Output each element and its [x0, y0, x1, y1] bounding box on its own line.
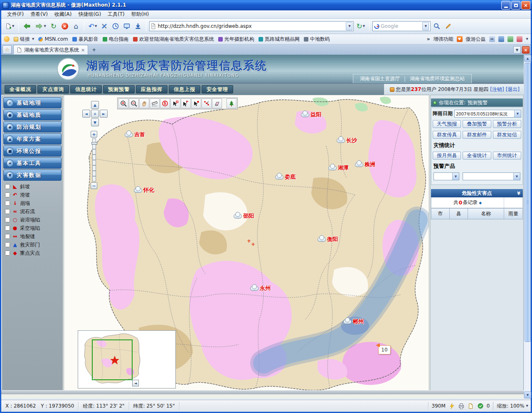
- hotlink-tool[interactable]: [202, 98, 212, 108]
- overview-map[interactable]: ◄: [78, 330, 176, 388]
- restore-button[interactable]: [511, 1, 520, 10]
- close-button[interactable]: ×: [521, 1, 530, 10]
- layer-mining-collapse[interactable]: ● 采空塌陷: [3, 224, 62, 232]
- city-marker-yongzhou[interactable]: 永州: [250, 285, 271, 292]
- menu-tools[interactable]: 工具(T): [104, 10, 128, 19]
- identify-tool[interactable]: [170, 98, 180, 108]
- link-zhongdi-digital[interactable]: 中地数码: [304, 36, 330, 43]
- product-type-select[interactable]: ▼: [433, 172, 459, 180]
- stop-tool[interactable]: S: [160, 98, 170, 108]
- highlight-button[interactable]: [443, 21, 453, 32]
- pointer-tool[interactable]: [191, 98, 201, 108]
- chevron-down-icon[interactable]: ▼: [513, 173, 520, 180]
- links-folder[interactable]: 链接 ▼: [14, 36, 34, 43]
- pager-marker-icon[interactable]: ◆: [479, 201, 482, 205]
- address-bar[interactable]: ▼: [149, 21, 354, 31]
- measure-tool[interactable]: [150, 98, 160, 108]
- link-photo-studio[interactable]: 光年摄影机构: [218, 36, 254, 43]
- overlay-warning-button[interactable]: 叠加预警: [463, 120, 491, 128]
- logout-link[interactable]: [注销]: [490, 86, 504, 93]
- layer-checkbox[interactable]: [5, 184, 10, 189]
- link-city-boutique[interactable]: 觅路城市精品网: [259, 36, 300, 43]
- address-dropdown-button[interactable]: ▼: [346, 22, 352, 30]
- screenshot-button[interactable]: [122, 21, 132, 32]
- menu-file[interactable]: 文件(F): [4, 10, 27, 19]
- pan-center-button[interactable]: +: [91, 110, 99, 118]
- layer-checkbox[interactable]: [5, 209, 10, 214]
- search-engine-dropdown[interactable]: ▼: [422, 22, 429, 30]
- layer-checkbox[interactable]: [5, 192, 10, 197]
- layer-karst-collapse[interactable]: ○ 岩溶塌陷: [3, 216, 62, 224]
- address-input[interactable]: [158, 22, 345, 30]
- undo-button[interactable]: ↶ ▼: [87, 21, 99, 32]
- sidebar-group-basic-tools[interactable]: ★ 基本工具: [3, 157, 62, 169]
- home-button[interactable]: ⌂: [71, 21, 81, 32]
- province-stats-button[interactable]: 全省统计: [463, 152, 491, 160]
- search-go-button[interactable]: [432, 21, 442, 32]
- menu-help[interactable]: 帮助(H): [128, 10, 152, 19]
- layer-checkbox[interactable]: [5, 234, 10, 239]
- mass-email-button[interactable]: 群发邮件: [463, 131, 491, 139]
- layer-checkbox[interactable]: [5, 217, 10, 222]
- city-marker-chenzhou[interactable]: 郴州: [343, 318, 364, 325]
- erase-tool[interactable]: [212, 98, 222, 108]
- pan-down-button[interactable]: ▼: [91, 118, 99, 126]
- new-tab-button[interactable]: ▼: [4, 21, 15, 32]
- links-overflow-icon[interactable]: »: [427, 36, 430, 42]
- tab-active[interactable]: 湖南省地质灾害信息系统 ×: [13, 45, 88, 54]
- warning-analysis-button[interactable]: 预警分析: [493, 120, 521, 128]
- monthly-county-button[interactable]: 按月州县: [433, 152, 461, 160]
- vertical-scrollbar[interactable]: ▲ ▼: [524, 55, 531, 398]
- zoom-slider-thumb[interactable]: [91, 142, 97, 145]
- navtab-forecast-warning[interactable]: 预测预警: [103, 85, 135, 93]
- tab-list-button[interactable]: ▼: [513, 46, 521, 54]
- monitor-icon[interactable]: [498, 36, 504, 42]
- rainfall-flag-marker[interactable]: 10: [378, 345, 391, 354]
- pan-left-button[interactable]: ◄: [82, 110, 90, 118]
- sidebar-group-env-bulletin[interactable]: ■ 环境公报: [3, 145, 62, 157]
- page-status-icon[interactable]: [468, 403, 474, 409]
- zoom-slider-minus-button[interactable]: −: [91, 182, 97, 189]
- navtab-emergency-command[interactable]: 应急指挥: [136, 85, 167, 93]
- close-tab-button[interactable]: ×: [522, 46, 530, 54]
- link-storm-player[interactable]: 暴风影音: [72, 36, 99, 43]
- zoom-slider-plus-button[interactable]: +: [91, 131, 97, 138]
- maxthon-heart-icon[interactable]: ♥: [457, 36, 463, 42]
- layer-debris-flow[interactable]: ≈ 泥石流: [3, 207, 62, 216]
- zoom-out-tool[interactable]: [129, 98, 139, 108]
- menu-view[interactable]: 查看(V): [27, 10, 51, 19]
- overview-collapse-button[interactable]: ◄: [132, 380, 139, 386]
- weather-forecast-button[interactable]: 天气预报: [433, 120, 461, 128]
- scroll-down-button[interactable]: ▼: [524, 391, 531, 398]
- search-bar[interactable]: Google ▼: [372, 21, 431, 31]
- chevron-down-icon[interactable]: ▼: [514, 110, 521, 117]
- select-flag-tool[interactable]: [181, 98, 191, 108]
- printer-icon[interactable]: [458, 403, 465, 409]
- stop-button[interactable]: ×: [60, 21, 70, 32]
- layer-slope[interactable]: ◣ 斜坡: [3, 182, 62, 191]
- city-marker-huaihua[interactable]: 怀化: [134, 187, 154, 194]
- scrollbar-thumb[interactable]: [525, 63, 531, 342]
- alert-shield-icon[interactable]: [477, 403, 484, 409]
- go-button[interactable]: ↻ ▼: [355, 21, 366, 32]
- forward-button[interactable]: ▼: [34, 21, 47, 32]
- navtab-province-overview[interactable]: 全省概况: [5, 85, 36, 93]
- minimize-button[interactable]: [501, 1, 510, 10]
- layer-checkbox[interactable]: [5, 226, 10, 231]
- mail-icon[interactable]: ✉: [489, 36, 495, 42]
- city-marker-jishou[interactable]: 吉首: [125, 131, 145, 138]
- download-button[interactable]: [133, 21, 143, 32]
- city-marker-yiyang[interactable]: 益阳: [301, 111, 321, 118]
- smiley-icon[interactable]: [4, 36, 10, 42]
- zoom-control[interactable]: 缩放: 100% ▼: [493, 402, 531, 410]
- city-marker-loudi[interactable]: 娄底: [275, 173, 296, 181]
- navtab-info-report[interactable]: 信息上报: [169, 85, 200, 93]
- menu-groups[interactable]: 快捷组(G): [75, 10, 104, 19]
- city-marker-changsha[interactable]: 长沙: [337, 137, 357, 144]
- link-land-resources-dept[interactable]: 湖南省国土资源厅: [360, 75, 400, 82]
- favorites-panel-button[interactable]: ☆: [2, 45, 12, 54]
- mass-fax-button[interactable]: 群发传真: [433, 131, 461, 139]
- new-tab-plus-button[interactable]: +: [90, 46, 98, 54]
- layer-ground-fissure[interactable]: ↔ 地裂缝: [3, 232, 62, 241]
- link-hunan-disaster-site[interactable]: 欢迎登陆湖南省地质灾害信息系统: [133, 36, 214, 43]
